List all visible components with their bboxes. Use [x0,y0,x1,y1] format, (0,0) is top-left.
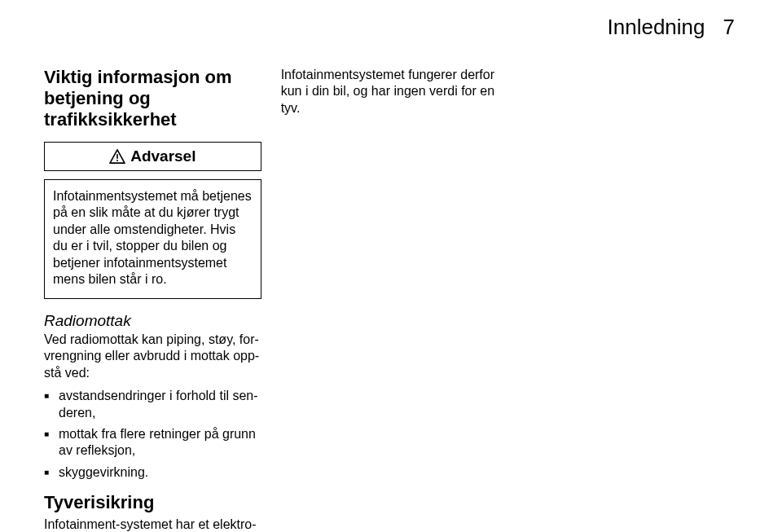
warning-text: Infotainmentsystemet må betje­nes på en … [53,188,253,288]
section-heading-2: Tyverisikring [44,492,261,513]
page: Innledning 7 Viktig informasjon om betje… [0,0,782,532]
page-number: 7 [723,15,735,40]
content-columns: Viktig informasjon om betjening og trafi… [44,23,735,532]
warning-box-body: Infotainmentsystemet må betje­nes på en … [44,179,261,299]
warning-triangle-icon [109,149,125,164]
column-3 [517,67,735,532]
subsection-heading: Radiomottak [44,312,261,330]
column-2-body: Infotainmentsystemet fungerer derfor kun… [281,67,499,117]
list-item: mottak fra flere retninger på grunn av r… [44,426,261,459]
warning-label: Advarsel [130,147,196,165]
bullet-list: avstandsendringer i forhold til sen­dere… [44,388,261,481]
page-header: Innledning 7 [608,15,735,40]
column-2: Infotainmentsystemet fungerer derfor kun… [281,67,499,532]
subsection-body: Ved radiomottak kan piping, støy, for­vr… [44,332,261,381]
header-section-title: Innledning [608,15,705,40]
list-item: avstandsendringer i forhold til sen­dere… [44,388,261,421]
section-heading: Viktig informasjon om betjening og trafi… [44,67,261,130]
svg-rect-0 [116,154,118,159]
svg-rect-1 [116,160,118,161]
section-body-2: Infotainment-systemet har et elektro­nis… [44,517,261,532]
list-item: skyggevirkning. [44,464,261,481]
warning-box-title: Advarsel [44,142,261,171]
column-1: Viktig informasjon om betjening og trafi… [44,67,261,532]
